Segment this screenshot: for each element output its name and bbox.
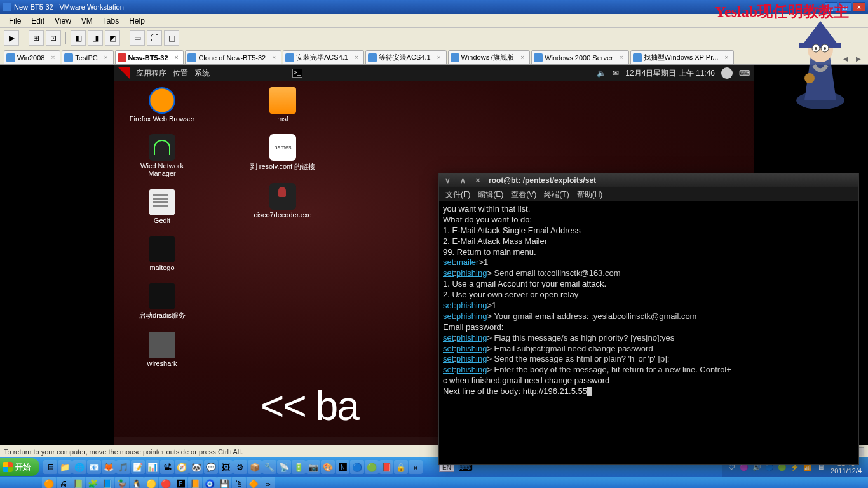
ql-icon[interactable]: 🐧 [130,477,144,488]
tab-clone-bt5[interactable]: Clone of New-BT5-32× [185,50,281,64]
panel-clock[interactable]: 12月4日星期日 上午 11:46 [625,68,715,79]
panel-menu-apps[interactable]: 应用程序 [136,68,166,79]
keyboard-icon[interactable]: ⌨ [739,69,750,78]
user-icon[interactable] [721,67,733,79]
close-icon[interactable]: × [51,54,55,61]
tab-win2000[interactable]: Windows 2000 Server× [531,50,628,64]
ql-icon[interactable]: » [409,460,423,474]
tab-win2008[interactable]: Win2008× [4,50,60,64]
term-max-icon[interactable]: ∧ [458,176,467,185]
terminal-window[interactable]: ∨ ∧ × root@bt: /pentest/exploits/set 文件(… [438,173,859,465]
ql-icon[interactable]: 💬 [204,460,218,474]
desktop-icon-mal[interactable]: maltego [121,236,203,271]
ql-icon[interactable]: » [261,477,275,488]
ql-icon[interactable]: 📕 [379,460,393,474]
snapshot-button[interactable]: ◧ [71,30,86,46]
desktop-icon-ws[interactable]: wireshark [121,332,203,367]
ql-icon[interactable]: 🦆 [115,477,129,488]
close-icon[interactable]: × [724,54,728,61]
ql-icon[interactable]: 🔧 [262,460,276,474]
menu-tabs[interactable]: Tabs [98,15,124,27]
ql-icon[interactable]: 📙 [188,477,202,488]
term-menu-file[interactable]: 文件(F) [443,189,473,200]
menu-edit[interactable]: Edit [26,15,50,27]
fullscreen-button[interactable]: ⛶ [147,30,162,46]
tb-btn[interactable]: ◩ [105,30,120,46]
ql-icon[interactable]: 🦊 [102,460,116,474]
start-button[interactable]: 开始 [0,458,39,476]
tb-btn[interactable]: ⊡ [46,30,61,46]
desktop-icon-dradis[interactable]: 启动dradis服务 [121,283,203,320]
terminal-body[interactable]: you want within that list. What do you w… [439,201,858,464]
tb-btn[interactable]: ◨ [88,30,103,46]
close-icon[interactable]: × [437,54,441,61]
ql-icon[interactable]: 📗 [71,477,85,488]
ql-icon[interactable]: 🔒 [394,460,408,474]
ql-icon[interactable]: 🧩 [86,477,100,488]
tab-acs-wait[interactable]: 等待安装ACS4.1× [365,50,447,64]
ql-icon[interactable]: 📊 [146,460,159,474]
ql-icon[interactable]: 📽 [160,460,174,474]
ql-icon[interactable]: 🖨 [57,477,71,488]
close-icon[interactable]: × [520,54,524,61]
volume-icon[interactable]: 🔈 [597,69,606,78]
desktop-icon-txt[interactable]: names到 resolv.conf 的链接 [241,134,324,172]
panel-menu-places[interactable]: 位置 [173,68,188,79]
ql-icon[interactable]: 🟡 [144,477,158,488]
close-icon[interactable]: × [355,54,358,61]
desktop-icon-ff[interactable]: Firefox Web Browser [121,87,203,123]
ql-icon[interactable]: 🌐 [72,460,86,474]
menu-file[interactable]: File [4,15,26,27]
menu-help[interactable]: Help [124,15,150,27]
ql-icon[interactable]: 🐼 [189,460,203,474]
ql-icon[interactable]: 📧 [87,460,101,474]
ql-icon[interactable]: 📘 [100,477,114,488]
desktop-icon-wine[interactable]: cisco7decoder.exe [241,183,324,219]
unity-button[interactable]: ◫ [164,30,179,46]
close-icon[interactable]: × [104,54,108,61]
ql-icon[interactable]: 🅿 [173,477,187,488]
ql-icon[interactable]: 📦 [248,460,262,474]
tab-winxp[interactable]: 找抽型Windows XP Pr...× [630,50,735,64]
desktop-icon-gedit[interactable]: Gedit [121,189,203,224]
ql-icon[interactable]: 🖼 [219,460,233,474]
term-menu-edit[interactable]: 编辑(E) [475,189,506,200]
ql-icon[interactable]: ⚙ [233,460,247,474]
close-icon[interactable]: × [272,54,276,61]
close-icon[interactable]: × [620,54,623,61]
panel-menu-system[interactable]: 系统 [194,68,210,79]
backtrack-logo-icon[interactable] [118,67,130,79]
ql-icon[interactable]: 🔴 [159,477,173,488]
term-menu-view[interactable]: 查看(V) [508,189,539,200]
ql-icon[interactable]: 📝 [131,460,145,474]
tab-testpc[interactable]: TestPC× [62,50,113,64]
mail-icon[interactable]: ✉ [613,69,619,78]
ql-icon[interactable]: 🟠 [42,477,56,488]
ql-icon[interactable]: 🧿 [203,477,217,488]
ql-icon[interactable]: 🖱 [232,477,246,488]
ql-icon[interactable]: 🔶 [247,477,261,488]
term-min-icon[interactable]: ∨ [443,176,452,185]
tab-acs-done[interactable]: 安装完毕ACS4.1× [283,50,364,64]
ql-icon[interactable]: 🔵 [350,460,364,474]
desktop-icon-net[interactable]: Wicd Network Manager [121,134,203,177]
ql-icon[interactable]: 🧭 [175,460,189,474]
close-icon[interactable]: × [175,54,179,61]
term-menu-terminal[interactable]: 终端(T) [541,189,571,200]
tb-btn[interactable]: ⊞ [29,30,44,46]
menu-view[interactable]: View [50,15,76,27]
desktop-icon-folder[interactable]: msf [241,87,324,123]
ql-icon[interactable]: 📷 [306,460,320,474]
ql-icon[interactable]: 💾 [217,477,231,488]
terminal-launcher-icon[interactable]: >_ [292,69,302,78]
ql-icon[interactable]: 🅽 [336,460,349,474]
tb-btn[interactable]: ▭ [130,30,145,46]
ql-icon[interactable]: 🎨 [321,460,335,474]
tab-win7[interactable]: Windows7旗舰版× [448,50,531,64]
terminal-titlebar[interactable]: ∨ ∧ × root@bt: /pentest/exploits/set [439,173,858,187]
ql-icon[interactable]: 🖥 [43,460,57,474]
term-menu-help[interactable]: 帮助(H) [574,189,606,200]
menu-vm[interactable]: VM [76,15,98,27]
vm-display[interactable]: 应用程序 位置 系统 >_ 🔈 ✉ 12月4日星期日 上午 11:46 ⌨ Fi… [0,65,868,445]
ql-icon[interactable]: 🔋 [292,460,306,474]
